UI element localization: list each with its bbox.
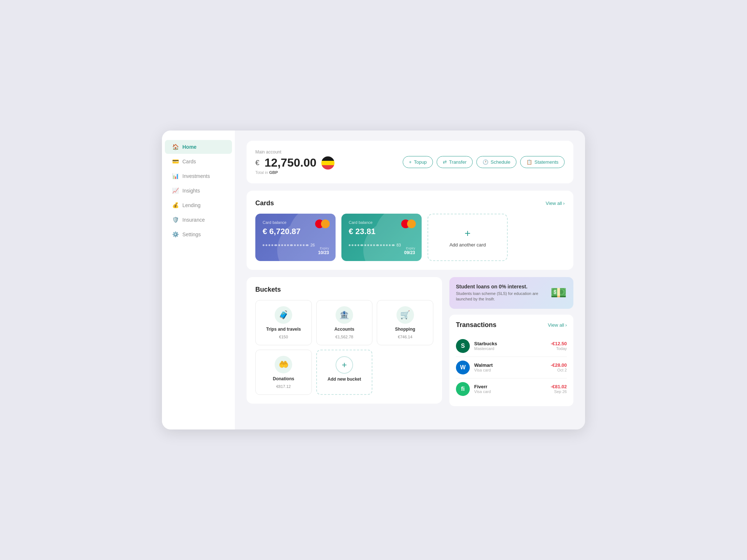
sidebar-label: Insurance xyxy=(182,217,205,223)
tx-date-1: Oct 2 xyxy=(551,368,567,372)
tx-name-0: Starbucks xyxy=(474,341,546,346)
bank-card-1[interactable]: Card balance € 23.81 83 Expiry 09/23 xyxy=(341,214,422,261)
add-card-plus-icon: + xyxy=(465,228,471,239)
bucket-amount-3: €817.12 xyxy=(276,384,291,389)
buckets-grid: 🧳 Trips and travels €150 🏦 Accounts €1,5… xyxy=(255,300,433,395)
bucket-item-accounts[interactable]: 🏦 Accounts €1,562.78 xyxy=(316,300,373,345)
sidebar-item-settings[interactable]: ⚙️ Settings xyxy=(165,228,232,241)
statements-button[interactable]: 📋Statements xyxy=(520,156,565,168)
sidebar-item-insurance[interactable]: 🛡️ Insurance xyxy=(165,213,232,227)
tx-logo-fiverr: fi xyxy=(456,382,470,396)
promo-title: Student loans on 0% interest. xyxy=(456,284,550,289)
tx-info-0: Starbucks Mastercard xyxy=(474,341,546,351)
transactions-section: Transactions View all › S Starbucks Mast… xyxy=(449,315,573,406)
cards-title: Cards xyxy=(255,199,274,207)
bucket-item-add-new-bucket[interactable]: + Add new bucket xyxy=(316,350,373,395)
bank-card-0[interactable]: Card balance € 6,720.87 26 Expiry 10/23 xyxy=(255,214,336,261)
cards-row: Card balance € 6,720.87 26 Expiry 10/23 xyxy=(255,214,565,261)
mastercard-logo-0 xyxy=(315,219,330,228)
transactions-view-all[interactable]: View all › xyxy=(548,322,567,328)
card-expiry-1: Expiry 09/23 xyxy=(404,246,415,255)
sidebar-label: Investments xyxy=(182,173,210,179)
tx-amount-col-2: -€81.02 Sep 26 xyxy=(551,384,567,394)
schedule-button[interactable]: 🕐Schedule xyxy=(476,156,516,168)
account-balance-row: € 12,750.00 xyxy=(255,156,334,170)
tx-name-1: Walmart xyxy=(474,362,546,368)
currency-code: GBP xyxy=(269,170,278,175)
app-window: 🏠 Home💳 Cards📊 Investments📈 Insights💰 Le… xyxy=(162,131,585,429)
promo-desc: Students loan scheme (SLS) for education… xyxy=(456,291,550,302)
tx-logo-walmart: W xyxy=(456,361,470,374)
bucket-item-trips-and-travels[interactable]: 🧳 Trips and travels €150 xyxy=(255,300,312,345)
transaction-item-starbucks[interactable]: S Starbucks Mastercard -€12.50 Today xyxy=(456,335,567,357)
flag-icon xyxy=(321,156,334,170)
transaction-item-fiverr[interactable]: fi Fiverr Visa card -€81.02 Sep 26 xyxy=(456,378,567,400)
bucket-name-1: Accounts xyxy=(334,327,355,332)
bucket-name-3: Donations xyxy=(273,376,294,381)
bucket-item-donations[interactable]: 🤲 Donations €817.12 xyxy=(255,350,312,395)
home-icon: 🏠 xyxy=(172,144,179,150)
tx-date-2: Sep 26 xyxy=(551,389,567,394)
bucket-icon-1: 🏦 xyxy=(336,306,353,324)
transfer-button[interactable]: ⇄Transfer xyxy=(437,156,473,168)
cards-section-header: Cards View all › xyxy=(255,199,565,207)
topup-icon: + xyxy=(409,159,412,165)
bucket-amount-2: €746.14 xyxy=(398,335,413,339)
transactions-title: Transactions xyxy=(456,321,496,329)
promo-text: Student loans on 0% interest. Students l… xyxy=(456,284,550,302)
card-last-digits-1: 83 xyxy=(396,243,401,247)
mc-orange-1 xyxy=(407,219,416,228)
buckets-section: Buckets 🧳 Trips and travels €150 🏦 Accou… xyxy=(247,277,442,404)
tx-name-2: Fiverr xyxy=(474,384,546,389)
insights-icon: 📈 xyxy=(172,187,179,194)
account-header: Main account € 12,750.00 Total in GBP +T… xyxy=(247,141,573,183)
lending-icon: 💰 xyxy=(172,202,179,209)
card-expiry-0: Expiry 10/23 xyxy=(318,246,329,255)
flag-yellow xyxy=(321,161,334,165)
statements-icon: 📋 xyxy=(526,159,532,165)
bucket-amount-0: €150 xyxy=(279,335,288,339)
bucket-name-2: Shopping xyxy=(395,327,415,332)
insurance-icon: 🛡️ xyxy=(172,217,179,223)
transaction-item-walmart[interactable]: W Walmart Visa card -€28.00 Oct 2 xyxy=(456,357,567,378)
cards-view-all[interactable]: View all › xyxy=(546,201,565,206)
promo-icon: 💵 xyxy=(550,285,567,300)
currency-note: Total in GBP xyxy=(255,170,334,175)
main-content: Main account € 12,750.00 Total in GBP +T… xyxy=(235,131,585,429)
flag-red xyxy=(321,165,334,170)
cards-section: Cards View all › Card balance € 6,720.87 xyxy=(247,191,573,270)
add-card-label: Add another card xyxy=(449,242,486,248)
sidebar-label: Insights xyxy=(182,188,200,194)
investments-icon: 📊 xyxy=(172,173,179,179)
transactions-header: Transactions View all › xyxy=(456,321,567,329)
tx-card-1: Visa card xyxy=(474,368,546,372)
tx-amount-2: -€81.02 xyxy=(551,384,567,389)
tx-amount-1: -€28.00 xyxy=(551,362,567,368)
sidebar-item-cards[interactable]: 💳 Cards xyxy=(165,155,232,168)
sidebar: 🏠 Home💳 Cards📊 Investments📈 Insights💰 Le… xyxy=(162,131,235,429)
sidebar-label: Lending xyxy=(182,202,201,208)
account-label: Main account xyxy=(255,149,334,155)
schedule-icon: 🕐 xyxy=(483,159,488,165)
bucket-item-shopping[interactable]: 🛒 Shopping €746.14 xyxy=(377,300,433,345)
sidebar-item-lending[interactable]: 💰 Lending xyxy=(165,198,232,212)
bucket-name-4: Add new bucket xyxy=(328,377,361,382)
promo-banner[interactable]: Student loans on 0% interest. Students l… xyxy=(449,277,573,309)
bucket-icon-0: 🧳 xyxy=(275,306,292,324)
tx-amount-col-0: -€12.50 Today xyxy=(551,341,567,351)
right-column: Student loans on 0% interest. Students l… xyxy=(449,277,573,411)
cards-container: Card balance € 6,720.87 26 Expiry 10/23 xyxy=(255,214,422,261)
sidebar-item-home[interactable]: 🏠 Home xyxy=(165,140,232,154)
add-card-button[interactable]: + Add another card xyxy=(427,214,508,261)
mastercard-logo-1 xyxy=(401,219,416,228)
sidebar-label: Settings xyxy=(182,232,201,237)
card-last-digits-0: 26 xyxy=(310,243,315,247)
topup-button[interactable]: +Topup xyxy=(403,156,433,168)
sidebar-item-investments[interactable]: 📊 Investments xyxy=(165,169,232,183)
buckets-section-header: Buckets xyxy=(255,286,433,293)
balance-amount: 12,750.00 xyxy=(264,156,316,170)
mc-orange-0 xyxy=(321,219,330,228)
settings-icon: ⚙️ xyxy=(172,231,179,238)
sidebar-item-insights[interactable]: 📈 Insights xyxy=(165,184,232,198)
bucket-icon-4: + xyxy=(336,356,353,374)
